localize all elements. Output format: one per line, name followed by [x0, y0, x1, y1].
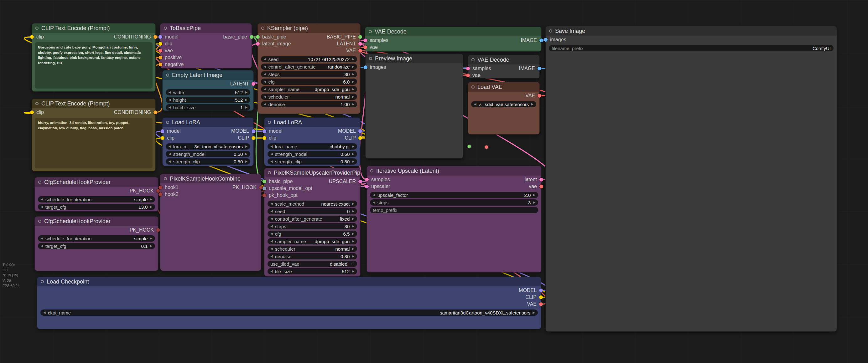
decrement-arrow-icon[interactable]: ◀ — [270, 217, 273, 220]
node-title-bar[interactable]: CfgScheduleHookProvider — [35, 177, 158, 187]
node-title-bar[interactable]: Save Image — [546, 26, 837, 36]
collapse-toggle-icon[interactable] — [369, 57, 372, 60]
increment-arrow-icon[interactable]: ▶ — [352, 153, 354, 156]
node-title-bar[interactable]: Iterative Upscale (Latent) — [367, 166, 541, 175]
collapse-toggle-icon[interactable] — [41, 280, 44, 283]
output-port-CLIP[interactable]: CLIP — [338, 135, 360, 141]
widget-schedule_for_iteration[interactable]: ◀schedule_for_iterationsimple▶ — [38, 196, 155, 202]
widget-steps[interactable]: ◀steps30▶ — [268, 223, 357, 229]
increment-arrow-icon[interactable]: ▶ — [352, 202, 354, 205]
node-lora1[interactable]: Load LoRAmodelclipMODELCLIP◀lora_name3d_… — [162, 117, 254, 166]
node-title-bar[interactable]: PixelKSampleHookCombine — [160, 174, 261, 184]
widget-scheduler[interactable]: ◀schedulernormal▶ — [268, 246, 357, 252]
widget-scale_method[interactable]: ◀scale_methodnearest-exact▶ — [268, 201, 357, 207]
decrement-arrow-icon[interactable]: ◀ — [264, 58, 266, 61]
increment-arrow-icon[interactable]: ▶ — [245, 91, 247, 94]
widget-height[interactable]: ◀height512▶ — [166, 97, 250, 103]
input-port-images[interactable]: images — [366, 64, 386, 71]
decrement-arrow-icon[interactable]: ◀ — [270, 240, 273, 243]
decrement-arrow-icon[interactable]: ◀ — [264, 73, 266, 76]
decrement-arrow-icon[interactable]: ◀ — [270, 255, 273, 258]
widget-strength_model[interactable]: ◀strength_model0.60▶ — [268, 151, 357, 157]
collapse-toggle-icon[interactable] — [370, 169, 373, 172]
decrement-arrow-icon[interactable]: ◀ — [373, 193, 375, 197]
node-vaedec1[interactable]: VAE DecodesamplesvaeIMAGE — [365, 27, 541, 52]
collapse-toggle-icon[interactable] — [549, 29, 552, 33]
widget-cfg[interactable]: ◀cfg6.5▶ — [268, 231, 357, 237]
output-port-MODEL[interactable]: MODEL — [338, 128, 360, 135]
output-port-PK_HOOK[interactable]: PK_HOOK — [130, 227, 158, 233]
decrement-arrow-icon[interactable]: ◀ — [270, 145, 273, 148]
increment-arrow-icon[interactable]: ▶ — [245, 160, 247, 163]
output-port-LATENT[interactable]: LATENT — [230, 80, 253, 87]
collapse-toggle-icon[interactable] — [164, 177, 167, 180]
collapse-toggle-icon[interactable] — [471, 58, 474, 61]
node-title-bar[interactable]: Empty Latent Image — [162, 70, 253, 80]
input-port-model[interactable]: model — [265, 128, 283, 135]
widget-denoise[interactable]: ◀denoise0.30▶ — [268, 253, 357, 259]
increment-arrow-icon[interactable]: ▶ — [532, 311, 535, 314]
node-title-bar[interactable]: CfgScheduleHookProvider — [35, 217, 158, 226]
decrement-arrow-icon[interactable]: ◀ — [264, 95, 266, 98]
collapse-toggle-icon[interactable] — [38, 180, 41, 184]
decrement-arrow-icon[interactable]: ◀ — [41, 237, 43, 240]
widget-target_cfg[interactable]: ◀target_cfg0.1▶ — [38, 243, 155, 249]
increment-arrow-icon[interactable]: ▶ — [352, 145, 354, 148]
widget-strength_model[interactable]: ◀strength_model0.50▶ — [166, 151, 250, 157]
decrement-arrow-icon[interactable]: ◀ — [264, 65, 266, 68]
node-cte2[interactable]: CLIP Text Encode (Prompt)clipCONDITIONIN… — [32, 99, 156, 171]
increment-arrow-icon[interactable]: ▶ — [150, 205, 152, 208]
node-ksampler[interactable]: KSampler (pipe)basic_pipelatent_imageBAS… — [257, 23, 361, 114]
widget-lora_name[interactable]: ◀lora_namechubby.pt▶ — [268, 143, 357, 150]
decrement-arrow-icon[interactable]: ◀ — [270, 153, 273, 156]
increment-arrow-icon[interactable]: ▶ — [150, 237, 152, 240]
increment-arrow-icon[interactable]: ▶ — [352, 103, 354, 106]
node-title-bar[interactable]: Load Checkpoint — [37, 277, 541, 286]
increment-arrow-icon[interactable]: ▶ — [352, 58, 354, 61]
widget-vae_name[interactable]: ◀vae_namesdxl_vae.safetensors▶ — [471, 101, 536, 107]
decrement-arrow-icon[interactable]: ◀ — [168, 160, 171, 163]
decrement-arrow-icon[interactable]: ◀ — [474, 103, 476, 106]
decrement-arrow-icon[interactable]: ◀ — [270, 160, 273, 163]
increment-arrow-icon[interactable]: ▶ — [352, 210, 354, 213]
widget-strength_clip[interactable]: ◀strength_clip0.50▶ — [166, 158, 250, 165]
collapse-toggle-icon[interactable] — [268, 121, 271, 124]
decrement-arrow-icon[interactable]: ◀ — [373, 201, 375, 204]
output-port-PK_HOOK[interactable]: PK_HOOK — [130, 188, 158, 194]
increment-arrow-icon[interactable]: ▶ — [352, 240, 354, 243]
widget-schedule_for_iteration[interactable]: ◀schedule_for_iterationsimple▶ — [38, 235, 155, 241]
input-port-upscale_model_opt[interactable]: upscale_model_opt — [265, 185, 312, 192]
input-port-vae[interactable]: vae — [365, 44, 389, 51]
node-title-bar[interactable]: Load LoRA — [265, 118, 360, 127]
collapse-toggle-icon[interactable] — [164, 27, 167, 30]
node-cte1[interactable]: CLIP Text Encode (Prompt)clipCONDITIONIN… — [32, 23, 156, 92]
widget-temp_prefix[interactable]: temp_prefix — [370, 207, 538, 213]
collapse-toggle-icon[interactable] — [166, 73, 169, 77]
increment-arrow-icon[interactable]: ▶ — [352, 247, 354, 250]
prompt-textarea[interactable]: Gorgeous and cute baby pony, Mongolian c… — [35, 42, 153, 89]
collapse-toggle-icon[interactable] — [268, 171, 271, 174]
input-port-hook2[interactable]: hook2 — [160, 191, 179, 198]
increment-arrow-icon[interactable]: ▶ — [150, 198, 152, 201]
node-title-bar[interactable]: CLIP Text Encode (Prompt) — [32, 99, 155, 108]
widget-cfg[interactable]: ◀cfg6.0▶ — [261, 78, 357, 85]
widget-ckpt_name[interactable]: ◀ckpt_namesamaritan3dCartoon_v40SDXL.saf… — [40, 309, 538, 316]
output-port-MODEL[interactable]: MODEL — [519, 287, 541, 294]
increment-arrow-icon[interactable]: ▶ — [531, 103, 533, 106]
increment-arrow-icon[interactable]: ▶ — [352, 80, 354, 83]
widget-lora_name[interactable]: ◀lora_name3d_toon_xl.safetensors▶ — [166, 143, 250, 150]
increment-arrow-icon[interactable]: ▶ — [245, 153, 247, 156]
input-port-clip[interactable]: clip — [32, 33, 44, 40]
widget-seed[interactable]: ◀seed1072179122520272▶ — [261, 56, 357, 62]
node-graph-canvas[interactable]: CLIP Text Encode (Prompt)clipCONDITIONIN… — [0, 0, 868, 363]
decrement-arrow-icon[interactable]: ◀ — [168, 145, 171, 148]
widget-width[interactable]: ◀width512▶ — [166, 89, 250, 95]
output-port-IMAGE[interactable]: IMAGE — [519, 65, 539, 72]
output-port-latent[interactable]: latent — [525, 176, 541, 183]
node-lora2[interactable]: Load LoRAmodelclipMODELCLIP◀lora_namechu… — [264, 117, 361, 166]
input-port-clip[interactable]: clip — [160, 40, 184, 47]
increment-arrow-icon[interactable]: ▶ — [352, 73, 354, 76]
node-iterup[interactable]: Iterative Upscale (Latent)samplesupscale… — [367, 166, 541, 272]
output-port-VAE[interactable]: VAE — [519, 301, 541, 308]
decrement-arrow-icon[interactable]: ◀ — [168, 153, 171, 156]
